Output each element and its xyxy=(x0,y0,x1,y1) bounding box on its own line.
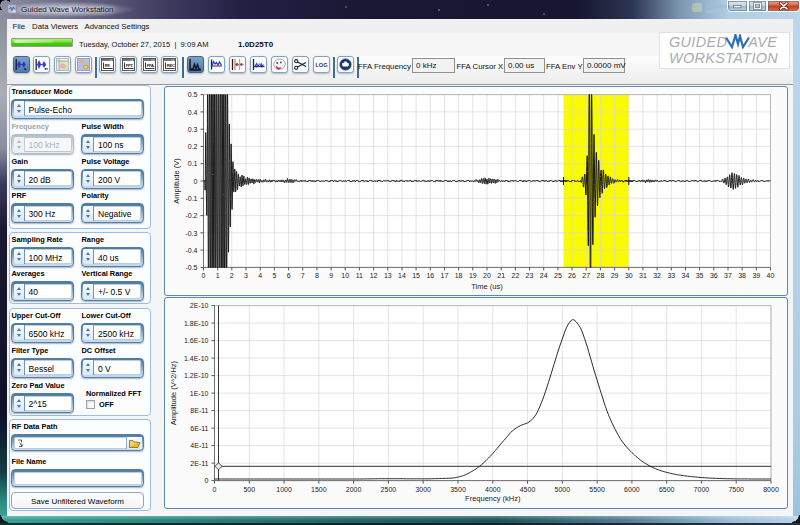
svg-text:26: 26 xyxy=(568,272,576,279)
svg-text:8000: 8000 xyxy=(763,486,779,493)
svg-text:1500: 1500 xyxy=(311,486,327,493)
svg-text:38: 38 xyxy=(738,272,746,279)
svg-text:0.2: 0.2 xyxy=(188,143,198,150)
svg-text:5: 5 xyxy=(272,272,276,279)
svg-text:2E-10: 2E-10 xyxy=(190,302,209,309)
svg-text:27: 27 xyxy=(582,272,590,279)
svg-text:5500: 5500 xyxy=(589,486,605,493)
svg-text:6000: 6000 xyxy=(624,486,640,493)
svg-text:2000: 2000 xyxy=(346,486,362,493)
svg-text:REC: REC xyxy=(167,63,175,68)
svg-text:-0.1: -0.1 xyxy=(185,195,197,202)
svg-text:7000: 7000 xyxy=(694,486,710,493)
svg-text:40: 40 xyxy=(767,272,775,279)
svg-text:13: 13 xyxy=(384,272,392,279)
svg-text:0: 0 xyxy=(194,178,198,185)
svg-text:-0.4: -0.4 xyxy=(185,247,197,254)
svg-text:6500: 6500 xyxy=(659,486,675,493)
svg-text:0.5: 0.5 xyxy=(188,91,198,98)
svg-text:0: 0 xyxy=(205,477,209,484)
svg-text:22: 22 xyxy=(512,272,520,279)
svg-text:0.1: 0.1 xyxy=(188,160,198,167)
svg-text:3: 3 xyxy=(244,272,248,279)
svg-text:9: 9 xyxy=(329,272,333,279)
svg-text:8E-11: 8E-11 xyxy=(190,407,208,414)
svg-text:2E-11: 2E-11 xyxy=(190,460,208,467)
svg-text:7500: 7500 xyxy=(728,486,744,493)
svg-text:28: 28 xyxy=(597,272,605,279)
svg-text:Time (us): Time (us) xyxy=(471,282,503,291)
svg-text:1: 1 xyxy=(216,272,220,279)
svg-text:11: 11 xyxy=(356,272,363,279)
svg-text:0.4: 0.4 xyxy=(188,109,198,116)
svg-text:5000: 5000 xyxy=(555,486,571,493)
svg-text:10: 10 xyxy=(341,272,349,279)
svg-text:15: 15 xyxy=(412,272,420,279)
svg-text:1E-10: 1E-10 xyxy=(190,390,209,397)
svg-text:18: 18 xyxy=(455,272,463,279)
svg-text:6: 6 xyxy=(287,272,291,279)
svg-text:1000: 1000 xyxy=(276,486,292,493)
svg-text:7: 7 xyxy=(301,272,305,279)
svg-text:34: 34 xyxy=(682,272,690,279)
svg-text:0: 0 xyxy=(202,272,206,279)
svg-text:17: 17 xyxy=(441,272,449,279)
svg-text:-0.5: -0.5 xyxy=(185,264,197,271)
svg-text:500: 500 xyxy=(243,486,255,493)
svg-text:35: 35 xyxy=(696,272,704,279)
svg-text:36: 36 xyxy=(710,272,718,279)
svg-text:0: 0 xyxy=(213,486,217,493)
svg-text:1.8E-10: 1.8E-10 xyxy=(184,320,209,327)
svg-text:4: 4 xyxy=(258,272,262,279)
svg-text:32: 32 xyxy=(653,272,661,279)
svg-text:FFT.: FFT. xyxy=(126,63,133,68)
svg-text:29: 29 xyxy=(611,272,619,279)
svg-text:4500: 4500 xyxy=(520,486,536,493)
svg-text:19: 19 xyxy=(469,272,477,279)
svg-text:RF.: RF. xyxy=(105,63,111,68)
svg-text:4E-11: 4E-11 xyxy=(190,442,208,449)
svg-text:Amplitude (V): Amplitude (V) xyxy=(172,158,181,204)
svg-text:30: 30 xyxy=(625,272,633,279)
svg-text:16: 16 xyxy=(426,272,434,279)
svg-text:21: 21 xyxy=(497,272,505,279)
svg-text:39: 39 xyxy=(752,272,760,279)
svg-text:33: 33 xyxy=(667,272,675,279)
svg-text:3000: 3000 xyxy=(415,486,431,493)
svg-text:0.3: 0.3 xyxy=(188,126,198,133)
svg-text:Amplitude (V^2/Hz): Amplitude (V^2/Hz) xyxy=(170,360,179,425)
svg-text:23: 23 xyxy=(526,272,534,279)
svg-text:3500: 3500 xyxy=(450,486,466,493)
svg-text:-0.3: -0.3 xyxy=(185,230,197,237)
svg-text:1.6E-10: 1.6E-10 xyxy=(184,337,209,344)
svg-text:1.2E-10: 1.2E-10 xyxy=(184,372,209,379)
svg-text:20: 20 xyxy=(483,272,491,279)
svg-text:-0.2: -0.2 xyxy=(185,212,197,219)
svg-text:8: 8 xyxy=(315,272,319,279)
svg-text:25: 25 xyxy=(554,272,562,279)
svg-text:1.4E-10: 1.4E-10 xyxy=(184,355,209,362)
svg-text:LOG: LOG xyxy=(315,62,327,68)
svg-text:2: 2 xyxy=(230,272,234,279)
svg-text:31: 31 xyxy=(639,272,647,279)
svg-text:24: 24 xyxy=(540,272,548,279)
svg-text:2500: 2500 xyxy=(381,486,397,493)
svg-text:Frequency (kHz): Frequency (kHz) xyxy=(465,494,521,503)
svg-text:12: 12 xyxy=(370,272,378,279)
svg-text:14: 14 xyxy=(398,272,406,279)
svg-text:6E-11: 6E-11 xyxy=(190,425,208,432)
svg-text:37: 37 xyxy=(724,272,732,279)
svg-text:4000: 4000 xyxy=(485,486,501,493)
svg-text:FFA.: FFA. xyxy=(146,63,154,68)
